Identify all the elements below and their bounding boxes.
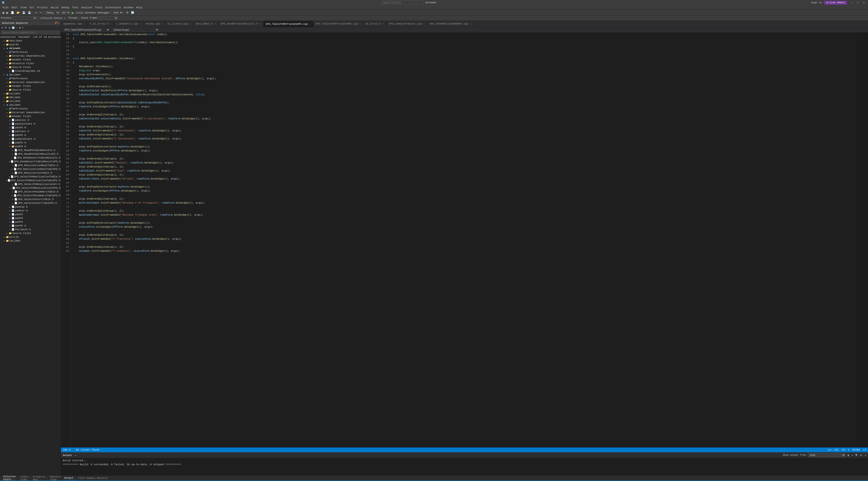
editor-tab-3[interactable]: mView.cpp✕ [144, 21, 165, 27]
tab-close-icon[interactable]: ✕ [83, 23, 85, 25]
code-line-58[interactable]: row2Form.InitWidget(PPform.GetWidget(), … [73, 149, 854, 153]
menu-view[interactable]: View [19, 6, 28, 9]
editor-tab-2[interactable]: C_Geometry.cpp✕ [114, 21, 144, 27]
toolbar-redo-btn[interactable]: ↪ [39, 11, 43, 14]
bottom-tab-1[interactable]: Class View [18, 475, 31, 481]
menu-window[interactable]: Window [122, 6, 135, 9]
code-line-65[interactable]: tableStrikeUI.InitFramedUI("Strike", row… [73, 177, 854, 181]
tree-item-references[interactable]: ▸ 🔗 References [0, 50, 61, 54]
code-line-72[interactable] [73, 205, 854, 209]
tree-item-paalloc[interactable]: ▸ 📄 paAlloc H [0, 118, 61, 122]
file-nav-select[interactable]: DPO_TableToMVFracGeomPS.cpp [63, 28, 110, 32]
toolbar-save-all-btn[interactable]: 💾 [27, 11, 32, 14]
tree-item-palibath[interactable]: ▸ 📄 PaLibAth.h [0, 228, 61, 231]
toolbar-save-btn[interactable]: 💾 [21, 11, 26, 14]
code-line-63[interactable]: tableDipUI.InitFramedUI("Dip", row2Form.… [73, 169, 854, 173]
tree-arrow-source-files[interactable]: ▸ [6, 66, 8, 69]
tree-arrow-palib64[interactable]: ▾ [3, 104, 6, 106]
maximize-button[interactable]: □ [856, 1, 860, 4]
code-line-35[interactable]: void DPO_TableToMVFracGeomPS::InitMenu() [73, 57, 854, 61]
tree-arrow-oblib64[interactable]: ▸ [3, 96, 6, 99]
tree-arrow-padpo[interactable]: ▾ [8, 145, 11, 148]
menu-debug[interactable]: Debug [60, 6, 70, 9]
tree-arrow-source-files2[interactable]: ▸ [6, 89, 8, 91]
bottom-tab-0[interactable]: Solution Explo... [1, 475, 18, 481]
output-tab-0[interactable]: Output [62, 476, 76, 480]
se-show-all-btn[interactable]: 👁 [4, 26, 7, 29]
tree-item-source-files2[interactable]: ▸ 📁 Source Files [0, 88, 61, 92]
tree-arrow-dpo-real1[interactable]: ▸ [11, 164, 14, 167]
tree-arrow-salib64[interactable]: ▸ [3, 240, 6, 242]
code-line-67[interactable]: args.StdTopObjectAttach(row2Form.GetWidg… [73, 185, 854, 189]
editor-tab-4[interactable]: G_License.cpp✕ [165, 21, 193, 27]
tree-item-source-files[interactable]: ▸ 📁 Source Files [0, 65, 61, 69]
code-line-76[interactable]: args.StdTopObjectAttach(row3Form.GetWidg… [73, 221, 854, 225]
tree-item-oblib64[interactable]: ▸ 📁 ObLib64 [0, 96, 61, 99]
tree-item-palib64[interactable]: ▾ ■ paLib64 [0, 103, 61, 107]
code-line-70[interactable]: args.StdEvenSplitSetup(0, 2); [73, 197, 854, 201]
toolbar-undo-btn[interactable]: ↩ [34, 11, 38, 14]
tree-item-source-files3[interactable]: ▸ 📁 Source Files [0, 231, 61, 235]
menu-file[interactable]: File [1, 6, 10, 9]
tree-item-pahelp[interactable]: ▸ 📄 paHelp H [0, 205, 61, 209]
code-line-40[interactable]: coordSysObjRefUI.InitFramedUI("Associate… [73, 77, 854, 81]
tree-arrow-dpo-uncert2[interactable]: ▸ [11, 202, 14, 204]
tree-arrow-dpo-read1[interactable]: ▸ [11, 149, 14, 152]
tree-item-solution[interactable]: ▾ ⊞ Solution 'mView64' (10 of 10 project… [0, 35, 61, 39]
close-button[interactable]: ✕ [862, 1, 866, 5]
code-line-29[interactable]: void DPO_TableToMVFracGeomPS::SetTableCo… [73, 33, 854, 37]
code-line-55[interactable]: tableZUI.InitFramedUI("Z Coordinate", ro… [73, 137, 854, 141]
tree-arrow-palibath[interactable]: ▸ [8, 228, 11, 231]
tree-arrow-dpo-read3[interactable]: ▸ [11, 157, 13, 159]
global-search-input[interactable] [381, 0, 424, 5]
menu-build[interactable]: Build [49, 6, 60, 9]
se-search-input[interactable] [1, 30, 60, 34]
tree-item-dpo-select5[interactable]: ▸ 📄 DPO_SelectPASummaryTable.h [0, 190, 61, 194]
tree-arrow-pavfo[interactable]: ▸ [8, 221, 11, 223]
tree-arrow-padfo[interactable]: ▸ [8, 141, 11, 144]
editor-tab-5[interactable]: GenLibRes.h✕ [193, 21, 218, 27]
tree-item-salib64[interactable]: ▸ 📁 saLib64 [0, 239, 61, 243]
code-line-74[interactable]: maxElemAreaUI.InitFramedUI("Maximum Tria… [73, 213, 854, 217]
code-line-64[interactable]: args.StdEvenSplitSetup(2, 3); [73, 173, 854, 177]
output-clear-btn[interactable]: 🗑 [846, 454, 850, 457]
tree-item-dpo-real2[interactable]: ▸ 📄 DPO_RealizationRealTablePS.h [0, 167, 61, 171]
code-line-37[interactable]: MenuBaseC::InitMenu(); [73, 65, 854, 69]
tree-item-pavpo[interactable]: ▸ 📄 paVPO H [0, 224, 61, 228]
code-line-59[interactable] [73, 153, 854, 157]
editor-tab-1[interactable]: T_SC_Array.h✕ [87, 21, 114, 27]
tree-item-ext-deps3[interactable]: ▸ 📁 External Dependencies [0, 110, 61, 115]
scope-select[interactable]: (Global Scope) [112, 28, 159, 32]
tree-item-header-files[interactable]: ▸ 📁 Header Files [0, 58, 61, 62]
platform-select[interactable]: x64 x86 [60, 11, 70, 14]
editor-tab-11[interactable]: UPO_TOUGHWriteGENERPS.cpp✕ [427, 21, 474, 27]
editor-tab-9[interactable]: SC_Array.h✕ [363, 21, 386, 27]
tab-close-icon[interactable]: ✕ [140, 23, 141, 25]
tree-arrow-pavpo[interactable]: ▸ [8, 225, 11, 227]
code-line-32[interactable]: } [73, 44, 854, 49]
code-line-66[interactable] [73, 181, 854, 185]
tree-item-classdiagram[interactable]: ▸ 📄 ClassDiagram1.cd [0, 69, 61, 73]
tree-arrow-mvlib64[interactable]: ▾ [3, 74, 6, 76]
tab-close-icon[interactable]: ✕ [214, 23, 216, 25]
tree-item-ext-deps2[interactable]: ▸ 📁 External Dependencies [0, 81, 61, 84]
minimize-button[interactable]: — [849, 1, 854, 4]
menu-git[interactable]: Git [28, 6, 36, 9]
tree-arrow-source-files3[interactable]: ▸ [6, 232, 8, 235]
tree-item-resource-files[interactable]: ▸ 📁 Resource Files [0, 62, 61, 65]
code-line-62[interactable]: args.StdEvenSplitSetup(1, 3); [73, 165, 854, 169]
code-line-48[interactable] [73, 109, 854, 113]
toolbar-build-btn[interactable]: ⚙ [125, 11, 130, 14]
menu-help[interactable]: Help [135, 6, 144, 9]
code-line-69[interactable] [73, 193, 854, 197]
tree-arrow-paupo[interactable]: ▸ [8, 217, 11, 220]
code-line-46[interactable]: args.StdTopObjectAttach(tableColSelUI.ta… [73, 101, 854, 105]
code-line-60[interactable]: args.StdEvenSplitSetup(0, 3); [73, 157, 854, 161]
tree-item-dpo-uncert2[interactable]: ▸ 📄 DPO_SelectUncertTablePS.h [0, 201, 61, 205]
se-home-btn[interactable]: ⌂ [16, 26, 18, 29]
output-close-btn[interactable]: ✕ [865, 454, 866, 457]
tree-arrow-ext-deps3[interactable]: ▸ [6, 111, 8, 114]
code-line-82[interactable]: args.StdEvenSplitSetup(1, 3); [73, 245, 854, 249]
code-line-75[interactable] [73, 217, 854, 221]
tab-close-icon[interactable]: ✕ [161, 23, 163, 25]
